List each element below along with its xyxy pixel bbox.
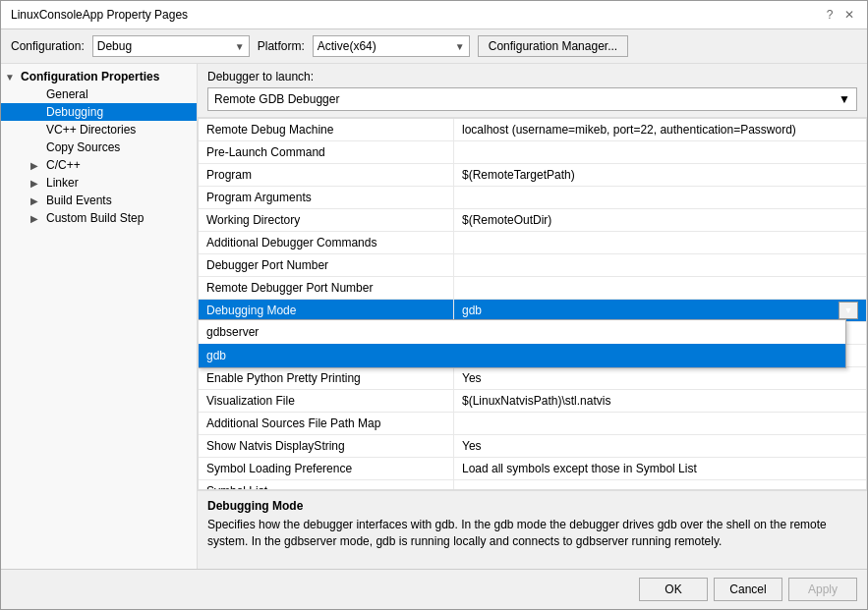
footer: OK Cancel Apply	[1, 569, 867, 609]
property-value: localhost (username=mikeb, port=22, auth…	[454, 119, 866, 140]
dropdown-button[interactable]: ▼	[839, 302, 858, 319]
property-row-8[interactable]: Debugging Modegdb▼gdbservergdb	[199, 300, 866, 322]
property-name: Working Directory	[199, 209, 454, 231]
property-row-3[interactable]: Program Arguments	[199, 187, 866, 209]
property-name: Visualization File	[199, 390, 454, 412]
sidebar-label: Linker	[46, 176, 79, 190]
dropdown-option-gdb[interactable]: gdb	[199, 344, 845, 367]
title-bar: LinuxConsoleApp Property Pages ? ✕	[1, 1, 867, 29]
properties-panel: Remote Debug Machinelocalhost (username=…	[198, 118, 867, 490]
sidebar-item-copy-sources[interactable]: Copy Sources	[1, 139, 197, 156]
property-name: Remote Debugger Port Number	[199, 277, 454, 299]
property-value	[454, 150, 866, 154]
property-value	[454, 241, 866, 245]
property-value	[454, 195, 866, 199]
config-bar: Configuration: Debug ▼ Platform: Active(…	[1, 29, 867, 64]
property-value: Yes	[454, 367, 866, 389]
expand-icon: ▶	[30, 213, 42, 224]
sidebar-label: Custom Build Step	[46, 211, 144, 225]
dialog-window: LinuxConsoleApp Property Pages ? ✕ Confi…	[0, 0, 868, 610]
property-name: Remote Debug Machine	[199, 119, 454, 140]
property-row-11[interactable]: Enable Python Pretty PrintingYes	[199, 367, 866, 390]
sidebar-label: Build Events	[46, 194, 112, 207]
property-row-12[interactable]: Visualization File$(LinuxNatvisPath)\stl…	[199, 390, 866, 413]
apply-button[interactable]: Apply	[788, 578, 857, 601]
property-name: Symbol List	[199, 480, 454, 490]
property-name: Pre-Launch Command	[199, 141, 454, 163]
title-bar-controls: ? ✕	[822, 7, 857, 23]
property-row-2[interactable]: Program$(RemoteTargetPath)	[199, 164, 866, 187]
debugger-launch-label: Debugger to launch:	[207, 70, 857, 83]
property-name: Additional Debugger Commands	[199, 232, 454, 253]
property-row-15[interactable]: Symbol Loading PreferenceLoad all symbol…	[199, 458, 866, 480]
property-value	[454, 421, 866, 425]
sidebar-item-linker[interactable]: ▶Linker	[1, 174, 197, 192]
right-panel: Debugger to launch: Remote GDB Debugger …	[198, 64, 867, 569]
sidebar-label: Configuration Properties	[21, 70, 159, 83]
property-row-16[interactable]: Symbol List	[199, 480, 866, 490]
info-text: Specifies how the debugger interfaces wi…	[207, 517, 857, 550]
property-row-7[interactable]: Remote Debugger Port Number	[199, 277, 866, 300]
dropdown-options-popup: gdbservergdb	[198, 319, 846, 368]
help-button[interactable]: ?	[822, 7, 838, 23]
sidebar-item-cpp[interactable]: ▶C/C++	[1, 156, 197, 174]
info-title: Debugging Mode	[207, 499, 857, 513]
main-content: ▼Configuration PropertiesGeneralDebuggin…	[1, 64, 867, 569]
platform-value: Active(x64)	[318, 39, 376, 53]
dropdown-option-gdbserver[interactable]: gdbserver	[199, 320, 845, 344]
debugger-type-value: Remote GDB Debugger	[214, 92, 339, 106]
property-name: Debugger Port Number	[199, 254, 454, 276]
property-value[interactable]: gdb▼gdbservergdb	[454, 300, 866, 321]
sidebar-label: General	[46, 87, 88, 101]
sidebar-item-general[interactable]: General	[1, 85, 197, 103]
property-value: $(LinuxNatvisPath)\stl.natvis	[454, 390, 866, 412]
dialog-title: LinuxConsoleApp Property Pages	[11, 8, 188, 22]
sidebar-label: C/C++	[46, 158, 81, 172]
property-row-13[interactable]: Additional Sources File Path Map	[199, 413, 866, 435]
chevron-down-icon: ▼	[235, 41, 245, 52]
property-row-5[interactable]: Additional Debugger Commands	[199, 232, 866, 254]
debugger-launch-section: Debugger to launch: Remote GDB Debugger …	[198, 64, 867, 118]
close-button[interactable]: ✕	[841, 7, 857, 23]
debugger-type-dropdown[interactable]: Remote GDB Debugger ▼	[207, 87, 857, 111]
configuration-value: Debug	[97, 39, 132, 53]
property-name: Show Natvis DisplayString	[199, 435, 454, 457]
property-value: Load all symbols except those in Symbol …	[454, 458, 866, 479]
property-value	[454, 286, 866, 290]
sidebar-label: VC++ Directories	[46, 123, 136, 137]
sidebar-label: Copy Sources	[46, 140, 120, 154]
property-name: Symbol Loading Preference	[199, 458, 454, 479]
property-row-0[interactable]: Remote Debug Machinelocalhost (username=…	[199, 119, 866, 141]
sidebar: ▼Configuration PropertiesGeneralDebuggin…	[1, 64, 198, 569]
property-name: Program Arguments	[199, 187, 454, 208]
property-value: $(RemoteTargetPath)	[454, 164, 866, 186]
sidebar-item-debugging[interactable]: Debugging	[1, 103, 197, 121]
configuration-manager-button[interactable]: Configuration Manager...	[478, 35, 628, 57]
property-row-6[interactable]: Debugger Port Number	[199, 254, 866, 277]
property-value: Yes	[454, 435, 866, 457]
property-name: Debugging Mode	[199, 300, 454, 321]
chevron-down-icon: ▼	[455, 41, 465, 52]
property-value: $(RemoteOutDir)	[454, 209, 866, 231]
property-value-text: gdb	[462, 302, 482, 319]
sidebar-item-build-events[interactable]: ▶Build Events	[1, 192, 197, 209]
sidebar-item-config-properties[interactable]: ▼Configuration Properties	[1, 68, 197, 85]
info-panel: Debugging Mode Specifies how the debugge…	[198, 490, 867, 569]
property-name: Additional Sources File Path Map	[199, 413, 454, 434]
platform-dropdown[interactable]: Active(x64) ▼	[313, 35, 470, 57]
expand-icon: ▶	[30, 160, 42, 171]
property-row-14[interactable]: Show Natvis DisplayStringYes	[199, 435, 866, 458]
platform-label: Platform:	[258, 39, 305, 53]
configuration-dropdown[interactable]: Debug ▼	[92, 35, 250, 57]
property-value	[454, 263, 866, 267]
property-name: Enable Python Pretty Printing	[199, 367, 454, 389]
property-row-4[interactable]: Working Directory$(RemoteOutDir)	[199, 209, 866, 232]
property-row-1[interactable]: Pre-Launch Command	[199, 141, 866, 164]
sidebar-item-custom-build-step[interactable]: ▶Custom Build Step	[1, 209, 197, 227]
cancel-button[interactable]: Cancel	[714, 578, 782, 601]
expand-icon: ▶	[30, 195, 42, 206]
ok-button[interactable]: OK	[639, 578, 708, 601]
sidebar-label: Debugging	[46, 105, 103, 119]
collapse-icon: ▼	[5, 72, 17, 83]
sidebar-item-vc-directories[interactable]: VC++ Directories	[1, 121, 197, 139]
